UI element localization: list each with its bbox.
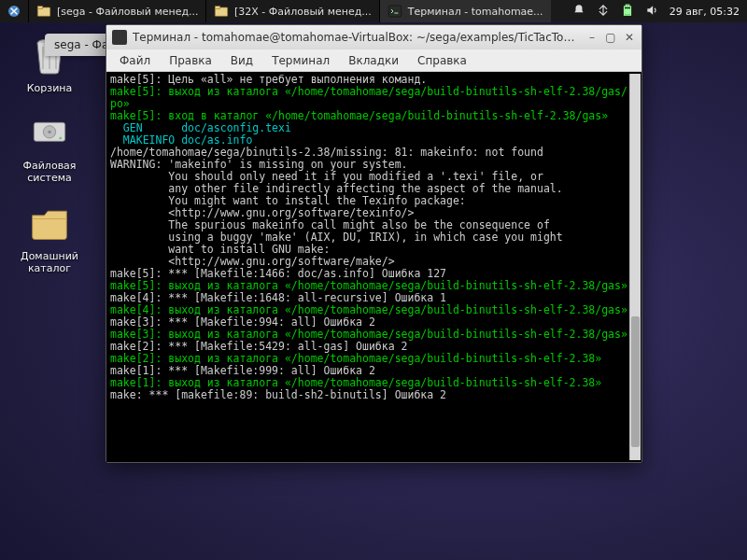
drive-icon — [24, 111, 75, 156]
svg-rect-5 — [388, 6, 401, 17]
taskbar-item-label: [sega - Файловый менед... — [57, 6, 199, 18]
volume-icon[interactable] — [645, 4, 658, 20]
svg-rect-2 — [37, 7, 42, 9]
scrollbar[interactable] — [629, 74, 641, 460]
network-icon[interactable] — [597, 4, 610, 20]
window-title: Терминал - tomahomae@tomahomae-VirtualBo… — [133, 31, 580, 44]
menubar: Файл Правка Вид Терминал Вкладки Справка — [106, 49, 641, 72]
folder-icon — [24, 202, 75, 246]
menu-help[interactable]: Справка — [410, 52, 474, 69]
taskbar-item-label: [32X - Файловый менед... — [234, 6, 372, 18]
minimize-button[interactable]: – — [585, 31, 599, 44]
clock[interactable]: 29 авг, 05:32 — [669, 6, 740, 18]
scrollbar-thumb[interactable] — [631, 316, 640, 447]
desktop-icon-label: Домашний каталог — [7, 250, 92, 274]
menu-edit[interactable]: Правка — [162, 52, 219, 69]
svg-point-12 — [48, 131, 50, 133]
taskbar-item-32x[interactable]: [32X - Файловый менед... — [205, 0, 379, 22]
svg-rect-7 — [626, 5, 629, 7]
desktop-icon-label: Файловая система — [7, 160, 92, 184]
menu-file[interactable]: Файл — [112, 52, 158, 69]
terminal-window: Терминал - tomahomae@tomahomae-VirtualBo… — [106, 24, 642, 463]
desktop: Корзина Файловая система Домашний катало… — [7, 34, 92, 274]
maximize-button[interactable]: ▢ — [604, 31, 617, 44]
desktop-icon-label: Корзина — [27, 82, 72, 94]
svg-rect-4 — [215, 7, 219, 9]
svg-rect-8 — [625, 8, 629, 13]
desktop-icon-filesystem[interactable]: Файловая система — [7, 111, 92, 184]
menu-terminal[interactable]: Терминал — [264, 52, 337, 69]
desktop-icon-home[interactable]: Домашний каталог — [7, 202, 92, 274]
menu-view[interactable]: Вид — [223, 52, 261, 69]
terminal-output[interactable]: make[5]: Цель «all» не требует выполнени… — [106, 72, 641, 462]
close-button[interactable]: ✕ — [623, 31, 636, 44]
window-titlebar[interactable]: Терминал - tomahomae@tomahomae-VirtualBo… — [106, 25, 641, 49]
menu-tabs[interactable]: Вкладки — [341, 52, 406, 69]
svg-point-13 — [59, 137, 62, 140]
taskbar-item-sega[interactable]: [sega - Файловый менед... — [28, 0, 205, 22]
battery-icon[interactable] — [621, 4, 634, 20]
taskbar-item-terminal[interactable]: Терминал - tomahomae... — [379, 0, 551, 22]
taskbar-item-label: Терминал - tomahomae... — [408, 6, 543, 18]
taskbar: [sega - Файловый менед... [32X - Файловы… — [0, 0, 747, 22]
notifications-icon[interactable] — [572, 4, 585, 20]
app-menu-button[interactable] — [0, 0, 28, 22]
terminal-icon — [112, 30, 127, 45]
system-tray: 29 авг, 05:32 — [565, 4, 747, 20]
